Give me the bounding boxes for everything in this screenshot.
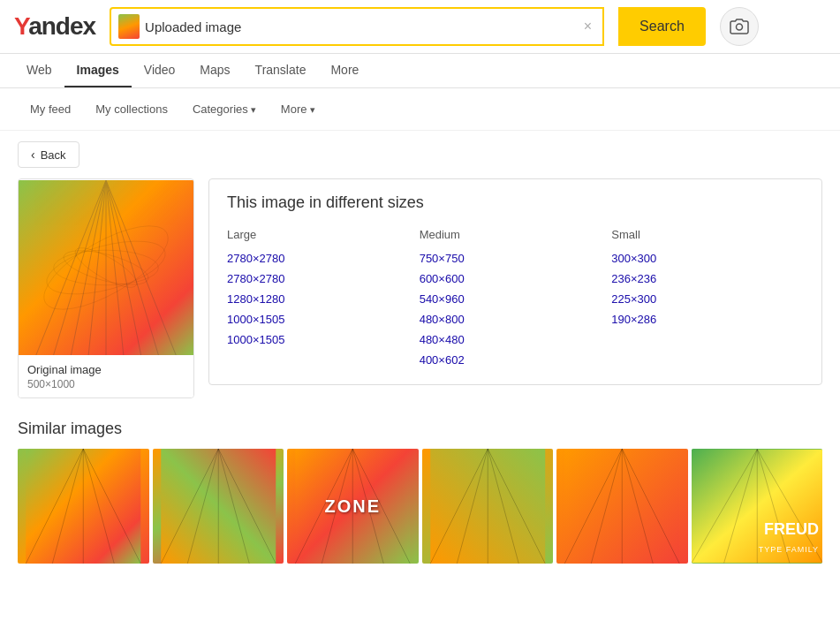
tab-more[interactable]: More — [318, 54, 371, 87]
size-link-large-5[interactable]: 1000×1505 — [227, 329, 420, 350]
search-button[interactable]: Search — [618, 7, 706, 46]
similar-section: Similar images — [18, 420, 822, 564]
subnav-more[interactable]: More — [269, 97, 328, 121]
size-link-small-4[interactable]: 190×286 — [611, 309, 804, 329]
sim-img-5-svg — [556, 449, 688, 564]
sizes-grid: Large Medium Small 2780×2780 2780×2780 1… — [227, 224, 804, 370]
col-header-medium: Medium — [420, 224, 612, 248]
sizes-card: This image in different sizes Large Medi… — [208, 178, 822, 385]
original-image-svg — [19, 179, 193, 356]
size-link-medium-2[interactable]: 600×600 — [420, 269, 612, 289]
size-link-large-3[interactable]: 1280×1280 — [227, 289, 420, 309]
svg-point-0 — [736, 24, 742, 30]
back-arrow-icon: ‹ — [31, 148, 35, 162]
original-image-thumbnail[interactable] — [19, 179, 193, 356]
sim-img-4-svg — [422, 449, 554, 564]
original-image-info: Original image 500×1000 — [19, 356, 193, 398]
original-image-size: 500×1000 — [27, 378, 185, 390]
camera-search-button[interactable] — [720, 7, 759, 46]
original-image-label: Original image — [27, 363, 185, 376]
freud-overlay-text: FREUDTYPE FAMILY — [759, 521, 819, 556]
subnav-categories[interactable]: Categories — [180, 97, 269, 121]
similar-image-6[interactable]: FREUDTYPE FAMILY — [692, 449, 823, 564]
size-link-medium-5[interactable]: 480×480 — [420, 329, 612, 350]
similar-image-5[interactable] — [556, 449, 688, 564]
medium-sizes-col: 750×750 600×600 540×960 480×800 480×480 … — [420, 248, 612, 370]
size-link-large-4[interactable]: 1000×1505 — [227, 309, 420, 329]
search-bar: Uploaded image × — [110, 7, 604, 46]
similar-image-4[interactable] — [422, 449, 554, 564]
search-label: Uploaded image — [145, 19, 575, 34]
tab-translate[interactable]: Translate — [243, 54, 319, 87]
col-header-small: Small — [611, 224, 804, 248]
similar-images-row: ZONE — [18, 449, 822, 564]
search-clear-button[interactable]: × — [580, 17, 595, 36]
main-content: Original image 500×1000 This image in di… — [0, 178, 840, 564]
similar-image-2[interactable] — [153, 449, 284, 564]
subnav-mycollections[interactable]: My collections — [83, 97, 180, 121]
size-link-medium-3[interactable]: 540×960 — [420, 289, 612, 309]
size-link-medium-6[interactable]: 400×602 — [420, 350, 612, 370]
tab-web[interactable]: Web — [14, 54, 64, 87]
size-link-small-2[interactable]: 236×236 — [611, 269, 804, 289]
search-thumbnail — [118, 14, 140, 39]
back-section: ‹ Back — [0, 131, 840, 178]
header: Yandex Uploaded image × Search — [0, 0, 840, 54]
similar-image-1[interactable] — [18, 449, 149, 564]
small-sizes-col: 300×300 236×236 225×300 190×286 — [611, 248, 804, 370]
size-link-medium-1[interactable]: 750×750 — [420, 248, 612, 269]
logo-andex: andex — [28, 12, 95, 40]
tab-video[interactable]: Video — [132, 54, 188, 87]
sim-img-1-svg — [18, 449, 149, 564]
nav-tabs: Web Images Video Maps Translate More — [0, 54, 840, 88]
col-header-large: Large — [227, 224, 420, 248]
similar-title: Similar images — [18, 420, 822, 438]
yandex-logo[interactable]: Yandex — [14, 12, 95, 41]
size-link-small-1[interactable]: 300×300 — [611, 248, 804, 269]
tab-maps[interactable]: Maps — [187, 54, 242, 87]
back-button-label: Back — [41, 148, 66, 162]
size-link-medium-4[interactable]: 480×800 — [420, 309, 612, 329]
sim-img-2-svg — [153, 449, 284, 564]
similar-image-3[interactable]: ZONE — [287, 449, 419, 564]
large-sizes-col: 2780×2780 2780×2780 1280×1280 1000×1505 … — [227, 248, 420, 370]
subnav-myfeed[interactable]: My feed — [18, 97, 83, 121]
back-button[interactable]: ‹ Back — [18, 141, 79, 168]
size-link-large-1[interactable]: 2780×2780 — [227, 248, 420, 269]
camera-icon — [730, 19, 749, 34]
size-link-large-2[interactable]: 2780×2780 — [227, 269, 420, 289]
tab-images[interactable]: Images — [64, 54, 132, 87]
sizes-title: This image in different sizes — [227, 193, 804, 212]
original-image-card: Original image 500×1000 — [18, 178, 194, 398]
zone-overlay-text: ZONE — [324, 496, 381, 517]
image-result-section: Original image 500×1000 This image in di… — [18, 178, 822, 398]
logo-y: Y — [14, 12, 28, 40]
size-link-small-3[interactable]: 225×300 — [611, 289, 804, 309]
sub-nav: My feed My collections Categories More — [0, 88, 840, 131]
